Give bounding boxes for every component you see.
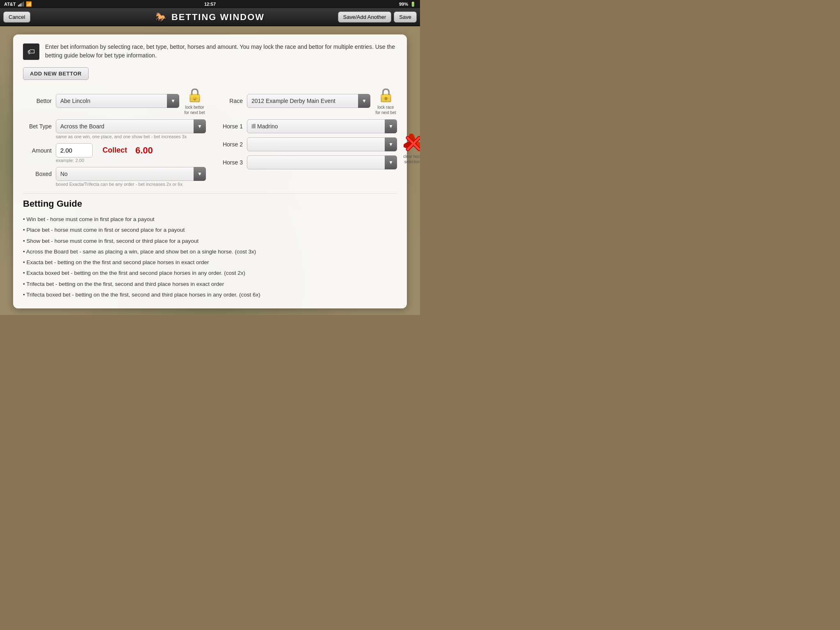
bar5 [23,2,24,7]
boxed-label: Boxed [23,171,52,177]
bet-type-select-wrapper: Across the Board ▼ [56,119,206,133]
amount-input[interactable] [56,143,93,158]
race-select[interactable]: 2012 Example Derby Main Event [247,94,370,108]
guide-item-8: Trifecta boxed bet - betting on the the … [23,290,397,300]
clear-horse-button[interactable] [403,133,420,154]
bettor-label: Bettor [23,98,52,104]
horse2-label: Horse 2 [214,141,243,148]
bet-type-select[interactable]: Across the Board [56,119,206,133]
clear-horse-label: clear horseselections [403,154,420,164]
wifi-icon: 📶 [26,1,32,7]
horse-icon: 🐎 [155,12,167,23]
battery-icon: 🔋 [410,2,416,7]
nav-left: Cancel [3,11,30,23]
lock-bettor-label: lock bettorfor next bet [184,105,205,115]
race-label: Race [214,98,243,104]
bet-type-hint: same as one win, one place, and one show… [56,134,206,139]
svg-rect-8 [385,98,386,100]
horse3-row: Horse 3 ▼ [214,155,397,169]
svg-text:🔑: 🔑 [193,96,197,100]
horse3-label: Horse 3 [214,159,243,166]
signal-bars [18,2,24,7]
status-left: AT&T 📶 [4,1,32,7]
clear-horse-container: clear horseselections [403,133,420,164]
section-divider [23,193,397,194]
horse3-select[interactable] [247,155,397,169]
horse2-select-wrapper: ▼ [247,137,397,151]
lock-race-container: lock racefor next bet [374,87,397,115]
dialog-panel: 🏷 Enter bet information by selecting rac… [13,34,407,308]
info-row: 🏷 Enter bet information by selecting rac… [23,43,397,60]
add-bettor-button[interactable]: ADD NEW BETTOR [23,67,89,80]
boxed-hint: boxed Exacta/Trifecta can be any order -… [56,182,206,187]
horse1-select-wrapper: Ill Madrino ▼ [247,119,397,133]
nav-title-text: BETTING WINDOW [171,12,265,23]
bettor-row: Bettor Abe Lincoln ▼ [23,87,206,115]
horse1-label: Horse 1 [214,123,243,130]
collect-label: Collect [103,146,127,155]
horse2-row: Horse 2 ▼ [214,137,397,151]
guide-item-7: Trifecta bet - betting on the the first,… [23,279,397,290]
guide-item-2: Place bet - horse must come in first or … [23,225,397,235]
clear-horse-icon [404,134,420,153]
bettor-select-wrapper: Abe Lincoln ▼ [56,94,179,108]
guide-list: Win bet - horse must come in first place… [23,214,397,300]
right-column: Race 2012 Example Derby Main Event ▼ [214,87,397,169]
status-right: 99% 🔋 [399,2,416,7]
status-bar: AT&T 📶 12:57 99% 🔋 [0,0,420,8]
bookmark-icon: 🏷 [23,43,39,60]
race-row: Race 2012 Example Derby Main Event ▼ [214,87,397,115]
guide-item-6: Exacta boxed bet - betting on the the fi… [23,268,397,278]
main-content: 🏷 Enter bet information by selecting rac… [0,26,420,315]
horse2-select[interactable] [247,137,397,151]
guide-item-3: Show bet - horse must come in first, sec… [23,236,397,247]
nav-right: Save/Add Another Save [338,11,417,23]
bet-type-row: Bet Type Across the Board ▼ [23,119,206,133]
lock-race-label: lock racefor next bet [375,105,396,115]
battery-label: 99% [399,2,408,7]
bar3 [21,3,21,7]
collect-value: 6.00 [135,145,153,156]
lock-bettor-button[interactable]: 🔑 [186,87,203,104]
boxed-select-wrapper: No ▼ [56,167,206,181]
boxed-row: Boxed No ▼ [23,167,206,181]
betting-guide-title: Betting Guide [23,199,397,209]
save-add-button[interactable]: Save/Add Another [338,11,392,23]
race-select-wrapper: 2012 Example Derby Main Event ▼ [247,94,370,108]
bar1 [18,5,19,7]
nav-bar: Cancel 🐎 BETTING WINDOW Save/Add Another… [0,8,420,26]
amount-row: Amount Collect 6.00 [23,143,206,158]
bet-type-section: Bet Type Across the Board ▼ same as one … [23,119,206,139]
lock-bettor-icon: 🔑 [187,87,202,103]
horse1-row: Horse 1 Ill Madrino ▼ [214,119,397,133]
cancel-button[interactable]: Cancel [3,11,30,23]
lock-race-icon [379,87,393,103]
guide-item-4: Across the Board bet - same as placing a… [23,247,397,257]
carrier-label: AT&T [4,2,16,7]
horse1-select[interactable]: Ill Madrino [247,119,397,133]
bettor-select[interactable]: Abe Lincoln [56,94,179,108]
left-column: Bettor Abe Lincoln ▼ [23,87,206,187]
boxed-select[interactable]: No [56,167,206,181]
amount-label: Amount [23,147,52,154]
guide-item-5: Exacta bet - betting on the the first an… [23,257,397,268]
bar4 [22,2,23,7]
bet-type-label: Bet Type [23,123,52,130]
boxed-section: Boxed No ▼ boxed Exacta/Trifecta can be … [23,167,206,187]
horse3-select-wrapper: ▼ [247,155,397,169]
status-time: 12:57 [204,2,216,7]
amount-hint: example: 2.00 [56,158,206,163]
betting-guide: Betting Guide Win bet - horse must come … [23,199,397,300]
bar2 [19,4,20,7]
lock-race-button[interactable] [377,87,395,104]
save-button[interactable]: Save [394,11,417,23]
lock-bettor-container: 🔑 lock bettorfor next bet [183,87,206,115]
info-text: Enter bet information by selecting race,… [45,43,397,60]
guide-item-1: Win bet - horse must come in first place… [23,214,397,225]
nav-title: 🐎 BETTING WINDOW [155,12,265,23]
amount-section: Amount Collect 6.00 example: 2.00 [23,143,206,163]
